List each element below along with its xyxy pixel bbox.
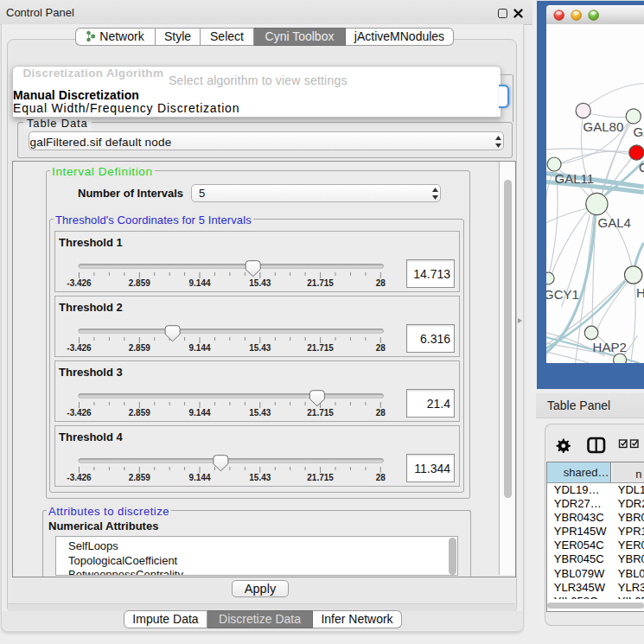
svg-text:2.859: 2.859 [128, 278, 150, 288]
svg-text:15.43: 15.43 [249, 473, 271, 482]
svg-text:15.43: 15.43 [249, 408, 271, 418]
svg-text:28: 28 [375, 408, 386, 418]
svg-text:GAL80: GAL80 [583, 119, 624, 134]
svg-text:GAL4: GAL4 [598, 215, 631, 230]
svg-text:-3.426: -3.426 [67, 408, 92, 418]
svg-text:GA: GA [634, 124, 644, 139]
svg-text:9.144: 9.144 [188, 473, 210, 482]
svg-text:2.859: 2.859 [128, 408, 150, 418]
svg-text:15.43: 15.43 [249, 343, 271, 353]
svg-text:-3.426: -3.426 [67, 278, 92, 288]
svg-text:2.859: 2.859 [128, 473, 150, 482]
svg-text:C: C [639, 160, 644, 175]
svg-text:9.144: 9.144 [188, 343, 210, 353]
svg-text:28: 28 [375, 473, 386, 482]
svg-text:HAP2: HAP2 [593, 340, 627, 354]
svg-text:9.144: 9.144 [188, 278, 210, 288]
svg-text:21.715: 21.715 [307, 408, 334, 418]
svg-text:28: 28 [375, 343, 386, 353]
svg-text:GAL11: GAL11 [555, 171, 595, 186]
svg-text:21.715: 21.715 [307, 278, 334, 288]
svg-text:15.43: 15.43 [249, 278, 271, 288]
svg-text:28: 28 [375, 278, 386, 288]
svg-text:21.715: 21.715 [307, 343, 334, 353]
svg-text:H: H [636, 285, 644, 300]
svg-text:-3.426: -3.426 [67, 473, 92, 482]
svg-text:-3.426: -3.426 [67, 343, 92, 353]
svg-text:GCY1: GCY1 [546, 287, 579, 302]
svg-text:21.715: 21.715 [307, 473, 334, 482]
svg-text:2.859: 2.859 [128, 343, 150, 353]
svg-text:9.144: 9.144 [188, 408, 210, 418]
